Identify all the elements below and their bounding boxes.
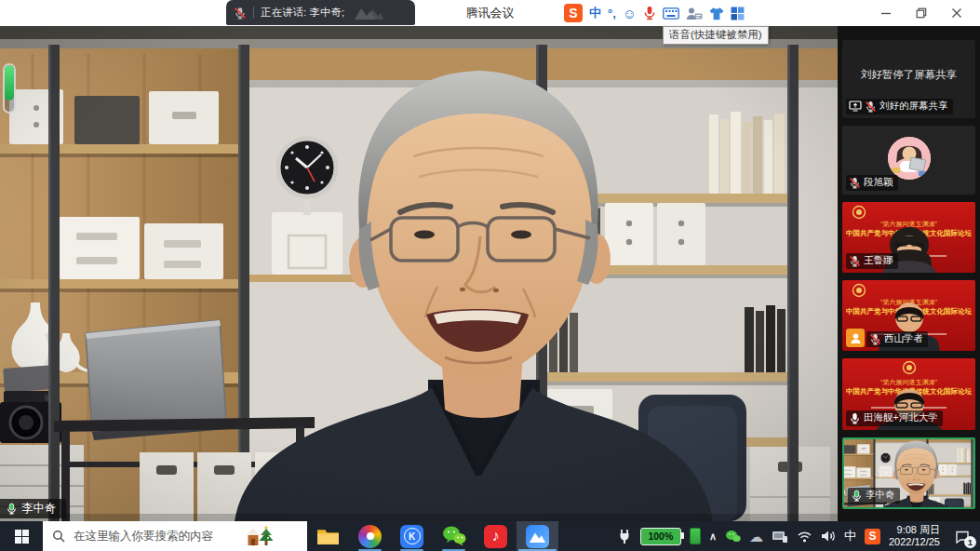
tile-participant-duanxuying[interactable]: 段旭颖 bbox=[842, 126, 975, 195]
mic-on-icon bbox=[849, 412, 861, 424]
skin-center-icon[interactable] bbox=[709, 7, 724, 20]
speaking-indicator-text: 正在讲话: 李中奇; bbox=[261, 6, 344, 20]
tencent-meeting-icon bbox=[526, 525, 549, 548]
tray-expand-chevron[interactable]: ∧ bbox=[709, 531, 717, 543]
participant-label: 段旭颖 bbox=[846, 175, 898, 191]
window-controls bbox=[868, 0, 974, 26]
taskbar-time: 9:08 周日 bbox=[889, 524, 940, 536]
divider bbox=[253, 7, 254, 19]
slide-title-line1: “第六届问道玉渊潭” bbox=[842, 378, 975, 387]
screen-share-icon bbox=[849, 101, 862, 112]
punctuation-toggle[interactable]: °, bbox=[608, 7, 616, 20]
tile-participant-lizhongqi-active[interactable]: 李中奇 bbox=[842, 437, 975, 509]
speaker-volume-icon[interactable] bbox=[821, 530, 836, 543]
soft-keyboard-icon[interactable] bbox=[663, 7, 679, 20]
browser-icon bbox=[358, 525, 382, 548]
screen-share-paused-message: 刘好暂停了屏幕共享 bbox=[842, 68, 975, 82]
battery-indicator[interactable]: 100% bbox=[640, 528, 681, 545]
window-title-bar: 腾讯会议 正在讲话: 李中奇; S 中 °, ☺ bbox=[0, 0, 980, 26]
taskbar-browser[interactable] bbox=[349, 521, 391, 551]
system-tray: 100% ∧ ☁ 中 S bbox=[617, 523, 980, 549]
windows-taskbar: K ♪ bbox=[0, 521, 980, 551]
participants-sidebar: 刘好暂停了屏幕共享 刘好的屏幕共享 bbox=[838, 26, 980, 521]
voice-shortcut-tooltip: 语音(快捷键被禁用) bbox=[663, 26, 769, 45]
avatar-illustration bbox=[888, 137, 931, 180]
toolbox-grid-icon[interactable] bbox=[731, 7, 745, 20]
taskbar-wechat[interactable] bbox=[433, 521, 475, 551]
muted-mic-icon bbox=[234, 7, 247, 20]
minimize-button[interactable] bbox=[868, 0, 904, 26]
forum-emblem-icon bbox=[852, 205, 866, 220]
participant-label: 李中奇 bbox=[848, 488, 900, 504]
muted-mic-icon bbox=[869, 333, 881, 345]
guest-person-badge-icon bbox=[846, 329, 865, 347]
wechat-tray-icon[interactable] bbox=[725, 530, 741, 544]
ime-indicator[interactable]: 中 bbox=[844, 528, 856, 544]
muted-mic-icon bbox=[849, 177, 861, 189]
taskbar-clock[interactable]: 9:08 周日 2022/12/25 bbox=[889, 524, 940, 548]
speaking-mic-icon bbox=[851, 490, 863, 502]
netease-music-icon: ♪ bbox=[484, 525, 507, 548]
speaking-indicator-tab[interactable]: 正在讲话: 李中奇; bbox=[226, 0, 415, 25]
main-speaker-name: 李中奇 bbox=[21, 501, 57, 517]
taskbar-netease-music[interactable]: ♪ bbox=[475, 521, 517, 551]
k-app-icon: K bbox=[400, 525, 423, 548]
emoji-picker-icon[interactable]: ☺ bbox=[623, 7, 637, 20]
search-highlight-holiday-icon[interactable] bbox=[246, 525, 274, 547]
sogou-logo-icon[interactable]: S bbox=[564, 4, 583, 22]
tile-participant-wangluna[interactable]: “第六届问道玉渊潭” 中国共产党与中华优秀传统文化国际论坛 bbox=[842, 202, 975, 273]
speaker-video-scene bbox=[0, 26, 838, 521]
sogou-passport-icon[interactable] bbox=[686, 7, 703, 20]
taskbar-tencent-meeting-active[interactable] bbox=[517, 521, 558, 551]
power-plug-icon[interactable] bbox=[617, 529, 632, 544]
participant-label: 西山学者 bbox=[866, 331, 928, 347]
tile-participant-xishanxuezhe[interactable]: “第六届问道玉渊潭” 中国共产党与中华优秀传统文化国际论坛 bbox=[842, 280, 975, 351]
voice-input-mic-icon[interactable] bbox=[643, 6, 656, 20]
start-button[interactable] bbox=[0, 521, 43, 551]
screen-share-label: 刘好的屏幕共享 bbox=[846, 99, 953, 114]
wifi-icon[interactable] bbox=[797, 530, 812, 543]
taskbar-date: 2022/12/25 bbox=[889, 536, 940, 548]
taskbar-file-explorer[interactable] bbox=[307, 521, 349, 551]
main-speaker-badge: 李中奇 bbox=[0, 499, 66, 518]
audio-level-meter bbox=[3, 63, 16, 114]
muted-mic-icon bbox=[865, 101, 877, 113]
action-center-button[interactable]: 1 bbox=[948, 523, 976, 549]
windows-logo-icon bbox=[15, 530, 29, 544]
onedrive-cloud-icon[interactable]: ☁ bbox=[749, 530, 763, 544]
notification-count-badge: 1 bbox=[964, 536, 976, 548]
desktop-screen: 李中奇 刘好暂停了屏幕共享 刘好的屏幕共享 bbox=[0, 0, 980, 551]
forum-emblem-icon bbox=[902, 360, 917, 375]
forum-emblem-icon bbox=[852, 283, 866, 298]
chinese-english-toggle[interactable]: 中 bbox=[589, 5, 601, 21]
connected-device-icon[interactable] bbox=[690, 528, 701, 544]
tile-participant-tianhaijian[interactable]: “第六届问道玉渊潭” 中国共产党与中华优秀传统文化国际论坛 田海舰+河北大 bbox=[842, 358, 975, 430]
tile-screen-share-paused[interactable]: 刘好暂停了屏幕共享 刘好的屏幕共享 bbox=[842, 40, 975, 118]
participant-label: 王鲁娜 bbox=[846, 253, 898, 269]
wechat-icon bbox=[442, 525, 466, 547]
window-title: 腾讯会议 bbox=[0, 0, 980, 26]
device-card-icon[interactable] bbox=[772, 531, 788, 543]
sogou-tray-icon[interactable]: S bbox=[865, 529, 880, 544]
taskbar-search-box[interactable] bbox=[43, 521, 307, 551]
avatar bbox=[888, 137, 931, 180]
file-explorer-icon bbox=[316, 527, 340, 546]
speaking-mic-icon bbox=[6, 503, 18, 515]
sogou-input-toolbar: S 中 °, ☺ bbox=[564, 3, 745, 23]
participant-label: 田海舰+河北大学 bbox=[846, 410, 943, 426]
restore-button[interactable] bbox=[904, 0, 939, 26]
main-video-feed: 李中奇 bbox=[0, 26, 838, 521]
taskbar-apps: K ♪ bbox=[307, 521, 558, 551]
muted-mic-icon bbox=[849, 255, 861, 267]
audio-level-fill bbox=[5, 65, 14, 101]
search-icon bbox=[52, 530, 65, 543]
taskbar-k-docs[interactable]: K bbox=[391, 521, 433, 551]
close-button[interactable] bbox=[939, 0, 974, 26]
meeting-logo-watermark-icon bbox=[353, 5, 384, 21]
search-input[interactable] bbox=[72, 529, 239, 544]
